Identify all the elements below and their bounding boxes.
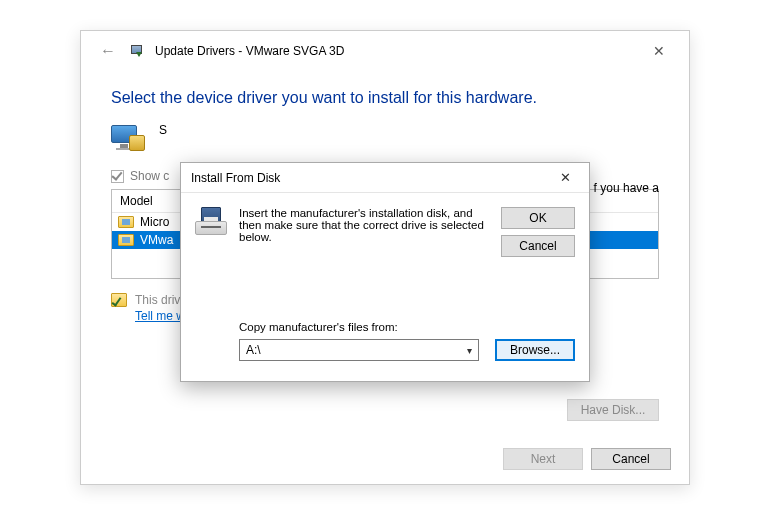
dialog-body: Insert the manufacturer's installation d…	[181, 193, 589, 381]
install-from-disk-dialog: Install From Disk ✕ Insert the manufactu…	[180, 162, 590, 382]
wizard-footer: Next Cancel	[503, 448, 671, 470]
have-disk-button[interactable]: Have Disk...	[567, 399, 659, 421]
page-heading: Select the device driver you want to ins…	[111, 89, 659, 107]
path-combobox[interactable]: A:\ ▾	[239, 339, 479, 361]
titlebar: ← Update Drivers - VMware SVGA 3D ✕	[81, 31, 689, 71]
back-arrow-icon[interactable]: ←	[97, 40, 119, 62]
checkbox-icon	[111, 170, 124, 183]
path-value: A:\	[246, 343, 261, 357]
driver-icon	[118, 216, 134, 228]
chevron-down-icon: ▾	[467, 345, 472, 356]
window-title: Update Drivers - VMware SVGA 3D	[155, 44, 344, 58]
device-icon	[111, 123, 147, 153]
show-compatible-label: Show c	[130, 169, 169, 183]
driver-icon	[118, 234, 134, 246]
driver-title-icon	[129, 43, 145, 59]
model-label: Micro	[140, 215, 169, 229]
instruction-row: S f you have a	[111, 123, 659, 153]
copy-from-label: Copy manufacturer's files from:	[239, 321, 398, 333]
dialog-title-text: Install From Disk	[191, 171, 280, 185]
dialog-titlebar: Install From Disk ✕	[181, 163, 589, 193]
certificate-icon	[111, 293, 127, 307]
floppy-drive-icon	[195, 207, 227, 239]
ok-button[interactable]: OK	[501, 207, 575, 229]
browse-button[interactable]: Browse...	[495, 339, 575, 361]
dialog-message: Insert the manufacturer's installation d…	[239, 207, 489, 243]
dialog-close-icon[interactable]: ✕	[547, 167, 583, 189]
instruction-text-right: f you have a	[594, 181, 659, 195]
model-label: VMwa	[140, 233, 173, 247]
cancel-button[interactable]: Cancel	[591, 448, 671, 470]
instruction-text-left: S	[159, 123, 167, 137]
close-icon[interactable]: ✕	[639, 37, 679, 65]
dialog-cancel-button[interactable]: Cancel	[501, 235, 575, 257]
next-button[interactable]: Next	[503, 448, 583, 470]
